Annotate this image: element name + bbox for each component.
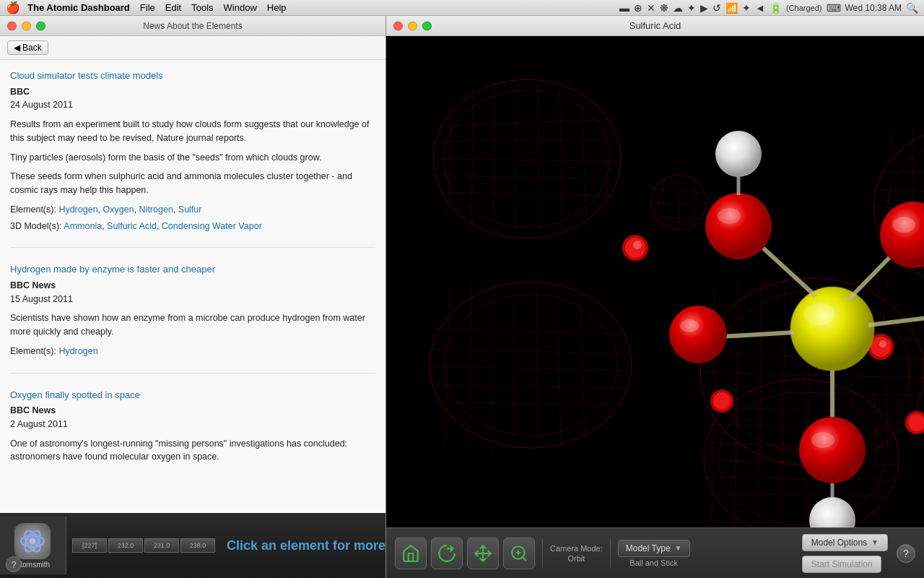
model-type-dropdown[interactable]: Model Type ▼ (618, 540, 690, 557)
zoom-button[interactable] (503, 538, 535, 569)
svg-point-187 (715, 131, 762, 177)
model-type-arrow: ▼ (675, 544, 682, 552)
mol-viewport[interactable] (386, 36, 924, 527)
svg-point-190 (803, 303, 835, 325)
news-article-3: Oxygen finally spotted in space BBC News… (10, 388, 375, 485)
article-1-body1: Results from an experiment built to stud… (10, 118, 375, 145)
article-1-elements: Element(s): Hydrogen, Oxygen, Nitrogen, … (10, 203, 375, 217)
news-content: Cloud simulator tests climate models BBC… (0, 60, 385, 513)
model-options-arrow: ▼ (871, 538, 879, 546)
model-options-button[interactable]: Model Options ▼ (802, 534, 888, 551)
close-button[interactable] (7, 21, 17, 30)
mol-toolbar: Camera Mode: Orbit Model Type ▼ Ball and… (386, 527, 924, 578)
elem-link-hydrogen[interactable]: Hydrogen (58, 204, 97, 215)
help-icon: ? (903, 548, 909, 559)
svg-point-181 (705, 193, 772, 259)
article-3-headline[interactable]: Oxygen finally spotted in space (10, 388, 375, 402)
x-icon: ✕ (647, 2, 655, 14)
menu-tools[interactable]: Tools (191, 2, 213, 13)
home-button[interactable] (395, 538, 427, 569)
menu-bar-right: ▬ ⊕ ✕ ❋ ☁ ✦ ▶ ↺ 📶 ✦ ◄ 🔋 (Charged) ⌨ Wed … (619, 2, 918, 14)
article-3-source: BBC News (10, 404, 375, 418)
search-icon[interactable]: 🔍 (906, 2, 918, 14)
menu-edit[interactable]: Edit (165, 2, 181, 13)
minimize-button[interactable] (22, 21, 31, 30)
pan-button[interactable] (467, 538, 499, 569)
news-article-1: Cloud simulator tests climate models BBC… (10, 69, 375, 248)
elem-cell-4[interactable]: 238.0 (180, 538, 215, 553)
news-article-2: Hydrogen made by enzyme is faster and ch… (10, 262, 375, 373)
molecule-window: Sulfuric Acid (386, 16, 924, 578)
mol-title: Sulfuric Acid (629, 20, 681, 31)
orbit-button[interactable] (431, 538, 463, 569)
left-bottom-bar: Atomsmith [227] 232.0 231.0 238.0 Click … (0, 513, 385, 578)
article-2-headline[interactable]: Hydrogen made by enzyme is faster and ch… (10, 262, 375, 277)
article-2-elements: Element(s): Hydrogen (10, 345, 375, 358)
elem-cell-2-num: 232.0 (113, 542, 138, 549)
back-label: Back (22, 43, 42, 53)
maximize-button[interactable] (36, 21, 45, 30)
svg-point-191 (718, 208, 741, 224)
menu-file[interactable]: File (140, 2, 155, 13)
window-controls (7, 21, 45, 30)
camera-mode-value: Orbit (567, 554, 585, 563)
svg-point-164 (879, 340, 886, 348)
screen-icon: ▬ (619, 2, 629, 14)
elem-cell-4-num: 238.0 (186, 542, 210, 549)
bt-icon: ✦ (742, 2, 751, 14)
cloud-icon: ☁ (673, 2, 683, 14)
mol-close-button[interactable] (393, 21, 403, 30)
article-2-body1: Scientists have shown how an enzyme from… (10, 311, 375, 339)
article-3-body1: One of astronomy's longest-running "miss… (10, 437, 375, 465)
element-cells: [227] 232.0 231.0 238.0 (66, 513, 221, 578)
back-arrow-icon: ◀ (14, 43, 20, 53)
molecule-svg (386, 36, 924, 527)
logo-svg (19, 528, 45, 554)
toolbar-separator-1 (542, 539, 543, 568)
elem-cell-3-num: 231.0 (149, 542, 174, 549)
model-options-label: Model Options (811, 538, 867, 548)
menu-window[interactable]: Window (224, 2, 257, 13)
apple-menu-icon[interactable]: 🍎 (6, 1, 20, 14)
elem-cell-2[interactable]: 232.0 (108, 538, 143, 553)
svg-point-166 (713, 392, 731, 410)
model-link-ammonia[interactable]: Ammonia (64, 221, 102, 231)
home-icon (401, 544, 420, 563)
article-1-date: 24 August 2011 (10, 98, 375, 112)
start-simulation-label: Start Simulation (811, 559, 873, 569)
battery-icon: 🔋 (770, 2, 782, 14)
article-1-headline[interactable]: Cloud simulator tests climate models (10, 69, 375, 83)
model-type-label: Model Type (626, 543, 671, 553)
menu-help[interactable]: Help (267, 2, 287, 13)
globe-icon: ⊕ (634, 2, 642, 14)
refresh-icon: ↺ (712, 2, 721, 14)
article-1-source: BBC (10, 85, 375, 99)
help-button[interactable]: ? (897, 544, 915, 563)
camera-mode-group: Camera Mode: Orbit (550, 544, 603, 563)
arrow-icon: ▶ (700, 2, 708, 14)
model-link-condensing-water[interactable]: Condensing Water Vapor (162, 221, 262, 231)
elem-cell-3[interactable]: 231.0 (144, 538, 179, 553)
elem-link-nitrogen[interactable]: Nitrogen (139, 204, 173, 215)
elem-link-hydrogen-2[interactable]: Hydrogen (58, 346, 97, 356)
model-type-value: Ball and Stick (629, 558, 678, 567)
help-button-bottom[interactable]: ? (6, 556, 22, 572)
vol-icon: ◄ (755, 2, 765, 14)
start-simulation-button[interactable]: Start Simulation (802, 556, 882, 573)
svg-point-184 (799, 417, 866, 483)
elem-cell-1-num: [227] (77, 542, 102, 549)
mol-max-button[interactable] (422, 21, 432, 30)
model-type-group: Model Type ▼ Ball and Stick (618, 540, 690, 567)
elem-link-sulfur[interactable]: Sulfur (178, 204, 202, 215)
kb-icon: ⌨ (827, 2, 841, 14)
elem-link-oxygen[interactable]: Oxygen (103, 204, 134, 215)
model-link-sulfuric-acid[interactable]: Sulfuric Acid (107, 221, 157, 231)
mol-min-button[interactable] (408, 21, 417, 30)
battery-label: (Charged) (786, 4, 822, 12)
svg-point-147 (633, 241, 642, 249)
elem-cell-1[interactable]: [227] (72, 538, 107, 553)
back-button[interactable]: ◀ Back (7, 40, 48, 55)
article-1-models: 3D Model(s): Ammonia, Sulfuric Acid, Con… (10, 220, 375, 233)
article-1-body3: These seeds form when sulphuric acid and… (10, 170, 375, 197)
logo-image (14, 523, 51, 559)
